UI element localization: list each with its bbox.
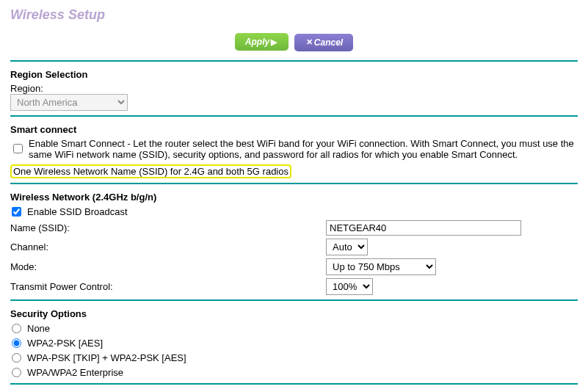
- apply-label: Apply: [245, 37, 269, 47]
- security-heading: Security Options: [10, 308, 578, 319]
- smart-connect-label: Enable Smart Connect - Let the router se…: [29, 138, 578, 160]
- enable-ssid-label: Enable SSID Broadcast: [27, 206, 128, 217]
- smart-connect-heading: Smart connect: [10, 124, 578, 135]
- security-wpatkip-radio[interactable]: [12, 353, 21, 363]
- mode-select[interactable]: Up to 750 Mbps: [326, 258, 436, 275]
- tpc-select[interactable]: 100%: [326, 278, 373, 295]
- security-none-radio[interactable]: [12, 324, 21, 333]
- security-wpatkip-label: WPA-PSK [TKIP] + WPA2-PSK [AES]: [27, 352, 186, 363]
- ssid-name-input[interactable]: [326, 220, 521, 236]
- smart-connect-highlight: One Wireless Network Name (SSID) for 2.4…: [10, 164, 291, 178]
- security-enterprise-radio[interactable]: [12, 368, 21, 377]
- enable-ssid-checkbox[interactable]: [12, 207, 21, 217]
- mode-label: Mode:: [10, 261, 326, 272]
- divider: [10, 383, 578, 385]
- ssid-name-label: Name (SSID):: [10, 222, 326, 233]
- apply-button[interactable]: Apply ▶: [235, 33, 288, 51]
- cancel-label: Cancel: [314, 37, 343, 48]
- divider: [10, 60, 578, 62]
- apply-icon: ▶: [269, 37, 278, 47]
- divider: [10, 115, 578, 117]
- region-heading: Region Selection: [10, 69, 578, 80]
- divider: [10, 299, 578, 301]
- channel-select[interactable]: Auto: [326, 239, 368, 255]
- button-bar: Apply ▶ ✕ Cancel: [10, 33, 578, 51]
- security-enterprise-label: WPA/WPA2 Enterprise: [27, 367, 123, 378]
- channel-label: Channel:: [10, 241, 326, 252]
- region-label: Region:: [10, 83, 578, 94]
- tpc-label: Transmit Power Control:: [10, 281, 326, 292]
- security-wpa2psk-radio[interactable]: [12, 338, 21, 348]
- wn24-heading: Wireless Network (2.4GHz b/g/n): [10, 192, 578, 203]
- divider: [10, 183, 578, 184]
- region-select[interactable]: North America: [10, 94, 128, 111]
- cancel-icon: ✕: [305, 37, 314, 47]
- security-wpa2psk-label: WPA2-PSK [AES]: [27, 338, 103, 349]
- cancel-button[interactable]: ✕ Cancel: [294, 34, 353, 51]
- smart-connect-checkbox[interactable]: [13, 144, 23, 153]
- page-title: Wireless Setup: [10, 7, 578, 23]
- security-none-label: None: [27, 323, 50, 334]
